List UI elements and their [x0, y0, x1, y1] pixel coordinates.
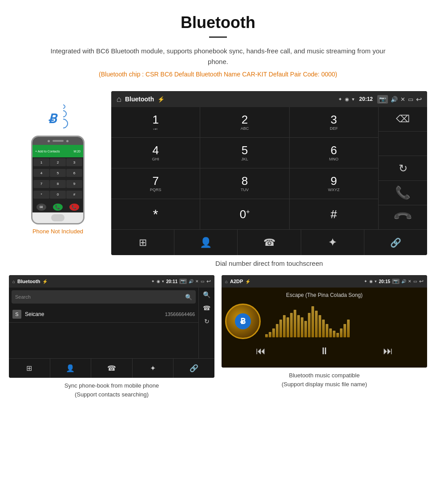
close-icon[interactable]: ✕ [400, 96, 405, 103]
bluetooth-status-icon: ✦ [338, 96, 342, 102]
dial-key-star[interactable]: * [111, 199, 200, 229]
call-green-cell[interactable]: 📞 [379, 181, 427, 205]
nav-grid-btn[interactable]: ⊞ [111, 230, 174, 255]
phonebook-empty-area [9, 323, 198, 358]
music-back-icon[interactable]: ↩ [419, 278, 424, 284]
pb-nav-phone[interactable]: ☎ [91, 359, 133, 378]
music-camera-icon[interactable]: 📷 [392, 279, 400, 284]
dialpad-caption: Dial number direct from touchscreen [111, 260, 427, 267]
phonebook-home-icon[interactable]: ⌂ [12, 279, 15, 284]
pb-nav-link[interactable]: 🔗 [174, 359, 214, 378]
phone-call-header: + Add to Contacts M:20 [32, 145, 83, 157]
dial-key-1[interactable]: 1 ᵥₒₜ [111, 107, 200, 137]
phonebook-bt-icon: ✦ [151, 279, 155, 284]
phonebook-vol-icon[interactable]: 🔊 [189, 279, 194, 284]
dial-key-4[interactable]: 4 GHI [111, 138, 200, 168]
phonebook-back-icon[interactable]: ↩ [206, 278, 211, 284]
nav-bluetooth-btn[interactable]: ✦ [301, 230, 364, 255]
dial-key-2[interactable]: 2 ABC [200, 107, 289, 137]
phone-call-actions: ✉ 📞 📞 [32, 202, 83, 212]
pb-nav-bt[interactable]: ✦ [133, 359, 174, 378]
phonebook-win-icon[interactable]: ▭ [201, 279, 205, 284]
phonebook-time: 20:11 [166, 279, 178, 284]
grid-icon: ⊞ [139, 237, 147, 248]
viz-bar [340, 328, 343, 337]
page-header: Bluetooth Integrated with BC6 Bluetooth … [0, 0, 436, 91]
pb-nav-contacts[interactable]: 👤 [50, 359, 92, 378]
phone-not-included-label: Phone Not Included [32, 228, 83, 235]
dialpad-area: 1 ᵥₒₜ 2 ABC 3 DEF [111, 107, 427, 229]
phonebook-search-bar[interactable]: Search 🔍 [12, 290, 196, 304]
bluetooth-nav-icon: ✦ [328, 237, 336, 248]
music-controls: ⏮ ⏸ ⏭ [222, 342, 427, 361]
phone-speaker [52, 140, 64, 142]
prev-btn[interactable]: ⏮ [256, 345, 266, 357]
viz-bar [315, 311, 318, 337]
pb-contacts-icon: 👤 [66, 364, 75, 372]
car-status-bar: ⌂ Bluetooth ⚡ ✦ ◉ ▾ 20:12 📷 🔊 ✕ ▭ ↩ [111, 91, 427, 107]
viz-bar [343, 324, 346, 337]
phonebook-call-side-icon[interactable]: ☎ [203, 304, 210, 312]
phone-panel: Ƀ + Add to Contacts M:20 1 2 [9, 91, 107, 235]
phonebook-caption: Sync phone-book from mobile phone (Suppo… [65, 381, 159, 399]
volume-icon[interactable]: 🔊 [391, 96, 398, 103]
phonebook-search-side-icon[interactable]: 🔍 [203, 291, 210, 298]
music-loc-icon: ◉ [369, 279, 373, 284]
phonebook-refresh-side-icon[interactable]: ↻ [204, 318, 210, 325]
music-win-icon[interactable]: ▭ [413, 279, 417, 284]
music-close-icon[interactable]: ✕ [408, 279, 412, 284]
dialpad-keys-grid: 1 ᵥₒₜ 2 ABC 3 DEF [111, 107, 378, 229]
page-specs: (Bluetooth chip : CSR BC6 Default Blueto… [9, 71, 427, 78]
call-red-cell[interactable]: 📞 [379, 205, 427, 229]
viz-bar [336, 333, 339, 337]
phone-icon: ☎ [263, 237, 275, 248]
backspace-cell[interactable]: ⌫ [379, 107, 427, 132]
dial-key-9[interactable]: 9 WXYZ [290, 168, 378, 199]
signal-arc-large [56, 116, 70, 130]
dial-key-7[interactable]: 7 PQRS [111, 168, 200, 199]
dial-key-6[interactable]: 6 MNO [290, 138, 378, 168]
music-home-icon[interactable]: ⌂ [225, 279, 228, 284]
phonebook-loc-icon: ◉ [157, 279, 160, 284]
viz-bar [272, 328, 275, 337]
phonebook-status-left: ⌂ Bluetooth ⚡ [12, 279, 48, 284]
home-icon[interactable]: ⌂ [117, 95, 121, 104]
viz-bar [319, 315, 321, 337]
camera-icon[interactable]: 📷 [377, 95, 388, 104]
music-bg: Escape (The Pina Colada Song) Ƀ ⏮ ⏸ ⏭ [222, 288, 427, 368]
call-red-icon: 📞 [392, 207, 413, 228]
next-btn[interactable]: ⏭ [383, 345, 393, 357]
phonebook-status-right: ✦ ◉ ▾ 20:11 📷 🔊 ✕ ▭ ↩ [151, 278, 211, 284]
nav-contacts-btn[interactable]: 👤 [174, 230, 238, 255]
header-divider [209, 36, 227, 38]
music-vol-icon[interactable]: 🔊 [401, 279, 406, 284]
phonebook-close-icon[interactable]: ✕ [195, 279, 199, 284]
pb-nav-grid[interactable]: ⊞ [9, 359, 50, 378]
viz-bar [347, 320, 350, 337]
phonebook-side-actions: 🔍 ☎ ↻ [198, 288, 214, 358]
dial-key-5[interactable]: 5 JKL [200, 138, 289, 168]
phonebook-main-area: Search 🔍 S Seicane 13566664466 🔍 ☎ ↻ [9, 288, 214, 358]
dial-key-3[interactable]: 3 DEF [290, 107, 378, 137]
dial-key-hash[interactable]: # [290, 199, 378, 229]
redial-cell[interactable]: ↻ [379, 156, 427, 180]
phonebook-camera-icon[interactable]: 📷 [179, 279, 187, 284]
window-icon[interactable]: ▭ [408, 96, 413, 103]
contacts-icon: 👤 [200, 237, 212, 248]
phone-key-2: 2 [50, 158, 66, 166]
viz-bar [322, 320, 325, 337]
dial-key-8[interactable]: 8 TUV [200, 168, 289, 199]
nav-phone-btn[interactable]: ☎ [238, 230, 301, 255]
dial-key-0[interactable]: 0+ [200, 199, 289, 229]
play-pause-btn[interactable]: ⏸ [319, 345, 329, 357]
music-caption: Bluetooth music compatible (Support disp… [282, 371, 367, 388]
search-icon[interactable]: 🔍 [185, 294, 192, 300]
bluetooth-symbol: Ƀ [48, 112, 57, 126]
back-icon[interactable]: ↩ [416, 95, 422, 104]
contact-row-seicane[interactable]: S Seicane 13566664466 [9, 306, 198, 323]
nav-link-btn[interactable]: 🔗 [364, 230, 427, 255]
refresh-icon: ↻ [399, 162, 408, 175]
call-green-icon: 📞 [395, 185, 411, 200]
contact-avatar-s: S [12, 310, 21, 319]
music-sig-icon: ▾ [375, 279, 377, 284]
